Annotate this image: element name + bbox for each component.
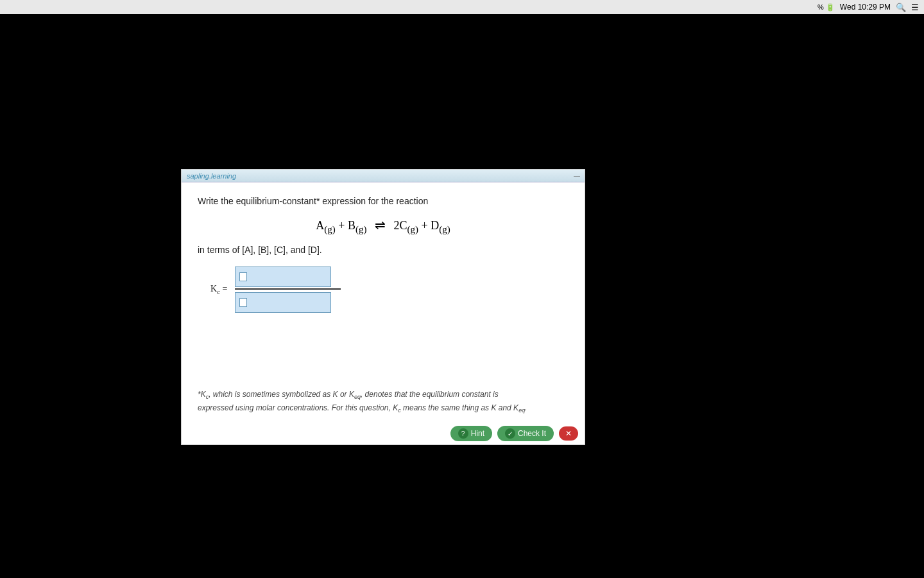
datetime-display: Wed 10:29 PM: [840, 3, 891, 12]
close-button[interactable]: ✕: [559, 426, 578, 441]
sapling-panel: sapling.learning — Write the equilibrium…: [181, 169, 585, 445]
numerator-input[interactable]: [235, 267, 331, 287]
kc-expression: Kc =: [210, 267, 569, 313]
panel-titlebar: sapling.learning —: [182, 170, 585, 182]
panel-body: Write the equilibrium-constant* expressi…: [182, 182, 585, 338]
terms-text: in terms of [A], [B], [C], and [D].: [198, 245, 569, 255]
panel-minimize-button[interactable]: —: [573, 171, 581, 179]
numerator-cursor: [239, 272, 247, 281]
menu-bar: % 🔋 Wed 10:29 PM 🔍 ☰: [0, 0, 924, 14]
hint-icon: ?: [458, 428, 468, 439]
footnote-section: *Kc, which is sometimes symbolized as K …: [198, 389, 569, 416]
menubar-right: % 🔋 Wed 10:29 PM 🔍 ☰: [817, 3, 919, 12]
check-label: Check It: [518, 429, 546, 438]
fraction-denominator: [235, 292, 331, 313]
footnote-text: *Kc, which is sometimes symbolized as K …: [198, 389, 569, 416]
sapling-logo: sapling.learning: [187, 172, 236, 180]
fraction-line: [235, 288, 341, 290]
check-button[interactable]: ✓ Check It: [497, 426, 554, 441]
reaction-equation: A(g) + B(g) ⇌ 2C(g) + D(g): [198, 217, 569, 235]
equilibrium-arrow: ⇌: [375, 218, 386, 232]
kc-label: Kc =: [210, 284, 227, 295]
denominator-cursor: [239, 298, 247, 307]
fraction-container: [235, 267, 341, 313]
close-label: ✕: [565, 429, 572, 438]
search-icon[interactable]: 🔍: [896, 3, 906, 12]
reaction-right: 2C(g) + D(g): [394, 219, 450, 232]
menu-icon[interactable]: ☰: [911, 3, 919, 12]
hint-label: Hint: [471, 429, 484, 438]
battery-status: % 🔋: [817, 3, 835, 12]
fraction-numerator: [235, 267, 331, 287]
check-icon: ✓: [505, 428, 515, 439]
denominator-input[interactable]: [235, 292, 331, 313]
logo-learning: learning: [211, 172, 236, 180]
hint-button[interactable]: ? Hint: [450, 426, 492, 441]
reaction-left: A(g) + B(g): [316, 219, 366, 232]
question-text: Write the equilibrium-constant* expressi…: [198, 195, 569, 208]
bottom-buttons: ? Hint ✓ Check It ✕: [450, 426, 578, 441]
logo-sapling: sapling: [187, 172, 209, 180]
